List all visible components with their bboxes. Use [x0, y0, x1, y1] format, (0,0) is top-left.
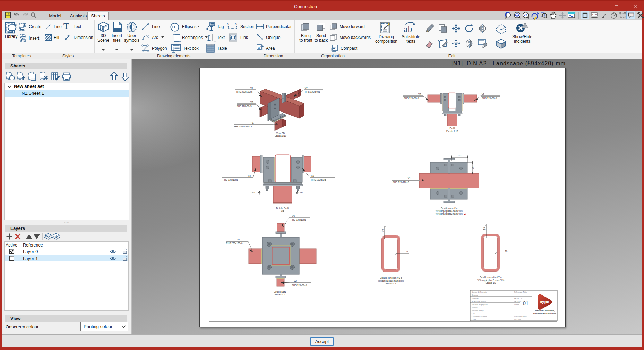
svg-text:ab: ab	[404, 24, 412, 34]
svg-text:%%scnp3.plate.name%%: %%scnp3.plate.name%%	[378, 280, 404, 282]
svg-text:Escala 1:2: Escala 1:2	[486, 282, 496, 284]
svg-text:RHS 220x120x6: RHS 220x120x6	[226, 242, 243, 244]
svg-text:V1: V1	[408, 177, 411, 180]
svg-text:36: 36	[472, 166, 474, 169]
svg-text:cype: cype	[540, 300, 549, 304]
svg-text:10: 10	[505, 250, 508, 252]
svg-text:RHS 120x60x5: RHS 120x60x5	[292, 284, 307, 286]
svg-text:Escala 1:5: Escala 1:5	[275, 293, 285, 296]
svg-text:RHS 120x80x5: RHS 120x80x5	[237, 105, 252, 107]
svg-text:V2: V2	[305, 87, 308, 89]
svg-text:Referencia Plano:: Referencia Plano:	[514, 316, 527, 318]
svg-text:10: 10	[483, 227, 486, 230]
svg-text:10: 10	[381, 229, 384, 232]
svg-text:conexion25.scnp1: conexion25.scnp1	[472, 310, 484, 312]
svg-text:Detalle Det1: Detalle Det1	[274, 291, 286, 293]
svg-text:Escala 1:10: Escala 1:10	[446, 130, 458, 132]
svg-text:V3: V3	[418, 93, 421, 95]
svg-text:×2: ×2	[524, 14, 527, 17]
svg-text:Software for Architecture,: Software for Architecture,	[535, 310, 555, 312]
svg-text:%%scnp2.plate1.name%%: %%scnp2.plate1.name%%	[436, 210, 463, 212]
svg-text:Escala: Escala	[514, 304, 519, 306]
svg-text:SHS 150x150x6.3: SHS 150x150x6.3	[234, 125, 252, 128]
svg-text:RHS 120x60x5: RHS 120x60x5	[291, 219, 306, 221]
svg-text:V2: V2	[311, 175, 314, 177]
svg-text:Fecha: Fecha	[514, 298, 519, 299]
svg-text:Det1: Det1	[251, 192, 255, 194]
svg-text:Av. Principal, Madrid: Av. Principal, Madrid	[472, 301, 486, 302]
svg-text:Escala 1:10: Escala 1:10	[275, 135, 286, 137]
svg-text:Perfil: Perfil	[450, 127, 455, 130]
svg-text:Detalle conexión V2 a: Detalle conexión V2 a	[480, 276, 502, 278]
svg-text:RHS 220x120x6: RHS 220x120x6	[236, 91, 253, 93]
svg-text:V2: V2	[482, 93, 484, 95]
svg-text:Engineering and Construction: Engineering and Construction	[533, 312, 556, 314]
svg-text:V3: V3	[250, 101, 253, 103]
svg-text:V2: V2	[294, 280, 297, 282]
svg-text:Det1: Det1	[299, 192, 303, 194]
svg-text:Detalle conexión V3 a: Detalle conexión V3 a	[380, 277, 402, 279]
svg-text:Nombre del Proyecto:: Nombre del Proyecto:	[472, 291, 487, 293]
svg-text:CYPE: CYPE	[472, 313, 476, 315]
svg-text:V1: V1	[237, 238, 240, 241]
svg-text:%%scnp2.plate2.name%%: %%scnp2.plate2.name%%	[436, 212, 463, 215]
svg-text:P1: P1	[251, 122, 254, 124]
svg-text:v1.2 kupl: v1.2 kupl	[514, 319, 521, 320]
svg-text:Detalle conexión: Detalle conexión	[441, 207, 457, 209]
svg-text:Vista 3D: Vista 3D	[276, 132, 285, 134]
svg-text:C: C	[521, 298, 523, 299]
svg-text:RHS 120x60x5: RHS 120x60x5	[305, 91, 320, 93]
svg-text:Detalle Perfil: Detalle Perfil	[276, 207, 289, 209]
svg-text:V1: V1	[250, 87, 253, 89]
svg-text:%%scnp4.plate2.name%%: %%scnp4.plate2.name%%	[477, 279, 504, 282]
svg-text:Escala 1:2: Escala 1:2	[386, 282, 396, 285]
svg-text:Avenida: Avenida	[472, 307, 478, 309]
svg-text:10: 10	[405, 250, 408, 253]
svg-text:RHS 120x60x5: RHS 120x60x5	[404, 97, 419, 99]
svg-text:RHS 120x60x5: RHS 120x60x5	[223, 178, 238, 181]
svg-text:Referencia: Título: Referencia: Título	[514, 291, 527, 293]
svg-text:S: S	[227, 22, 229, 26]
svg-text:CYPE: CYPE	[472, 319, 476, 320]
svg-text:152: 152	[458, 154, 462, 157]
svg-text:Localidad:: Localidad:	[472, 298, 479, 299]
svg-text:1.00: 1.00	[592, 13, 597, 16]
svg-text:01: 01	[523, 300, 529, 306]
svg-text:Generado / Revisado:: Generado / Revisado:	[472, 316, 487, 318]
svg-text:RHS 120x60x5: RHS 120x60x5	[482, 97, 497, 99]
svg-text:RHS 120x60x5: RHS 120x60x5	[311, 178, 326, 181]
svg-text:S: S	[235, 22, 237, 26]
svg-text:1:5: 1:5	[281, 210, 284, 212]
svg-text:V3: V3	[292, 215, 295, 217]
svg-text:V3: V3	[248, 175, 251, 177]
svg-text:Empresa: Empresa	[472, 294, 478, 296]
svg-text:RHS 220x120x6: RHS 220x120x6	[393, 181, 409, 183]
svg-text:04/12/2021: 04/12/2021	[514, 301, 522, 302]
svg-text:Dirección del proyecto:: Dirección del proyecto:	[472, 304, 488, 306]
